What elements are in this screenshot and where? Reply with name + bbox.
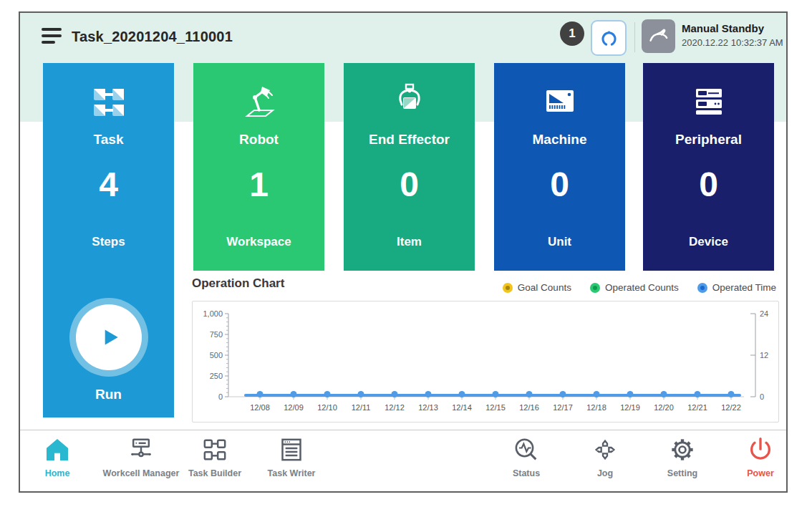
svg-text:12/15: 12/15 (485, 403, 506, 412)
svg-text:500: 500 (210, 351, 223, 359)
end-effector-icon (389, 82, 430, 123)
card-title: Robot (193, 132, 324, 148)
svg-text:12/19: 12/19 (620, 403, 640, 412)
legend-operated-counts: Operated Counts (590, 282, 679, 293)
task-title: Task_20201204_110001 (72, 29, 233, 45)
task-icon (88, 82, 130, 123)
svg-text:24: 24 (760, 309, 768, 318)
jog-icon (591, 435, 619, 464)
operated-counts-dot-icon (590, 283, 600, 293)
card-end-effector[interactable]: End Effector 0 Item (344, 63, 475, 271)
card-value: 0 (344, 165, 475, 204)
nav-workcell-manager[interactable]: Workcell Manager (98, 435, 184, 478)
nav-power[interactable]: Power (717, 435, 803, 478)
svg-text:12/08: 12/08 (250, 403, 270, 412)
operation-chart-title: Operation Chart (192, 276, 284, 291)
peripheral-icon (688, 82, 730, 123)
svg-text:1,000: 1,000 (203, 309, 223, 318)
card-value: 4 (43, 165, 174, 204)
nav-task-builder[interactable]: Task Builder (172, 435, 258, 478)
chart-legend: Goal Counts Operated Counts Operated Tim… (503, 282, 776, 293)
mode-name: Manual Standby (682, 22, 783, 34)
card-unit: Workspace (193, 235, 324, 249)
legend-operated-time: Operated Time (697, 282, 776, 293)
svg-text:12/22: 12/22 (721, 403, 741, 412)
card-value: 0 (643, 165, 774, 204)
menu-icon (42, 28, 62, 31)
manual-hand-icon (647, 25, 670, 47)
pendant-frame: Task_20201204_110001 1 Manual Standby 20… (19, 11, 788, 493)
workcell-manager-icon (127, 435, 155, 464)
robot-icon (238, 82, 280, 123)
card-unit: Device (643, 235, 774, 249)
nav-home[interactable]: Home (14, 435, 100, 478)
operated-time-dot-icon (697, 283, 707, 293)
header-divider (634, 22, 635, 52)
svg-text:12/16: 12/16 (519, 403, 539, 412)
operation-chart-panel: 02505007501,0000122412/0812/0912/1012/11… (192, 301, 779, 422)
svg-text:0: 0 (218, 392, 223, 401)
svg-text:250: 250 (210, 372, 223, 380)
svg-text:12/10: 12/10 (317, 403, 337, 412)
nav-jog[interactable]: Jog (562, 435, 648, 478)
card-title: Peripheral (643, 132, 774, 148)
svg-text:12/09: 12/09 (284, 403, 304, 412)
card-machine[interactable]: Machine 0 Unit (494, 63, 625, 271)
nav-task-writer[interactable]: Task Writer (248, 435, 334, 478)
robot-mode-button[interactable] (642, 19, 675, 53)
svg-text:12/21: 12/21 (687, 403, 707, 412)
notification-badge[interactable]: 1 (560, 21, 584, 46)
home-icon (43, 435, 72, 464)
machine-icon (539, 82, 581, 123)
mode-datetime: 2020.12.22 10:32:37 AM (682, 37, 783, 48)
app-root: Task_20201204_110001 1 Manual Standby 20… (0, 0, 812, 507)
goal-counts-dot-icon (503, 283, 513, 293)
card-value: 1 (193, 165, 324, 204)
svg-text:12/14: 12/14 (452, 403, 472, 412)
menu-button[interactable] (42, 28, 63, 47)
svg-text:0: 0 (760, 392, 764, 401)
robot-mode-status: Manual Standby 2020.12.22 10:32:37 AM (682, 22, 783, 48)
task-writer-icon (277, 435, 306, 464)
operation-chart: 02505007501,0000122412/0812/0912/1012/11… (193, 301, 778, 422)
svg-text:12/18: 12/18 (586, 403, 606, 412)
card-unit: Unit (494, 235, 625, 249)
play-icon (96, 324, 122, 350)
run-button[interactable] (76, 304, 142, 370)
svg-text:12/11: 12/11 (352, 403, 371, 412)
card-peripheral[interactable]: Peripheral 0 Device (643, 63, 774, 271)
card-task[interactable]: Task 4 Steps Run (43, 63, 174, 417)
card-title: End Effector (344, 132, 475, 148)
svg-text:750: 750 (210, 330, 223, 339)
card-robot[interactable]: Robot 1 Workspace (193, 63, 324, 271)
svg-text:12/12: 12/12 (385, 403, 405, 412)
card-value: 0 (494, 165, 625, 204)
bottom-nav-divider (20, 430, 786, 430)
card-unit: Item (344, 235, 475, 249)
legend-goal-counts: Goal Counts (503, 282, 571, 293)
nav-setting[interactable]: Setting (639, 435, 725, 478)
card-title: Machine (494, 132, 625, 148)
setting-icon (668, 435, 697, 464)
gripper-icon (599, 29, 619, 48)
card-unit: Steps (43, 235, 174, 249)
power-icon (746, 435, 775, 464)
svg-text:12/17: 12/17 (553, 403, 573, 412)
task-builder-icon (200, 435, 229, 464)
svg-text:12/20: 12/20 (654, 403, 674, 412)
nav-status[interactable]: Status (483, 435, 569, 478)
end-effector-tool-button[interactable] (591, 20, 627, 56)
status-icon (512, 435, 541, 464)
svg-text:12: 12 (760, 351, 768, 359)
svg-text:12/13: 12/13 (418, 403, 438, 412)
run-label: Run (43, 387, 174, 402)
card-title: Task (43, 132, 174, 148)
